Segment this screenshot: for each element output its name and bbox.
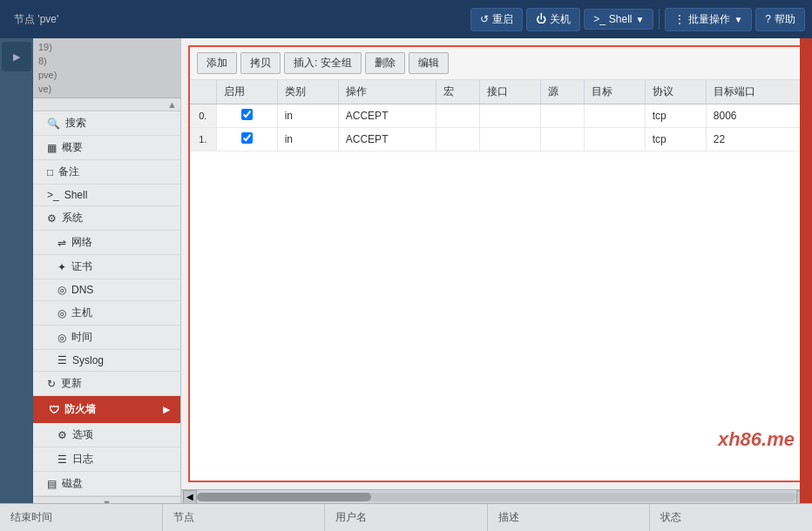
row-1-protocol: tcp: [645, 128, 706, 151]
col-action: 操作: [338, 80, 436, 104]
clone-button[interactable]: 拷贝: [240, 52, 281, 74]
cert-label: 证书: [71, 259, 92, 274]
firewall-toolbar: 添加 拷贝 插入: 安全组 删除 编辑: [190, 47, 803, 80]
sidebar-item-system[interactable]: ⚙ 系统: [33, 206, 180, 231]
sidebar-item-update[interactable]: ↻ 更新: [33, 372, 180, 396]
time-icon: ◎: [58, 332, 66, 344]
sidebar-item-notes[interactable]: □ 备注: [33, 160, 180, 185]
sidebar-item-syslog[interactable]: ☰ Syslog: [33, 350, 180, 372]
col-macro: 宏: [436, 80, 480, 104]
system-icon: ⚙: [47, 212, 57, 225]
sidebar: 19) 8) pve) ve) ▲ 🔍 搜索 ▦ 概要 □ 备注: [33, 38, 181, 503]
row-0-action: ACCEPT: [338, 104, 436, 128]
help-icon: ?: [765, 13, 771, 25]
sidebar-item-overview[interactable]: ▦ 概要: [33, 136, 180, 160]
collapse-up-icon[interactable]: ▲: [167, 99, 177, 110]
status-username: 用户名: [325, 504, 488, 531]
status-bar: 结束时间 节点 用户名 描述 状态: [0, 503, 812, 531]
sidebar-item-host[interactable]: ◎ 主机: [33, 301, 180, 326]
table-row[interactable]: 0. in ACCEPT tcp 8006: [190, 104, 803, 128]
row-1-checkbox[interactable]: [241, 132, 253, 144]
bulk-ops-button[interactable]: ⋮ 批量操作 ▼: [665, 8, 752, 31]
shell-label: Shell: [609, 13, 633, 25]
firewall-table-container: 启用 类别 操作 宏 接口 源 目标 协议 目标端口: [190, 80, 803, 481]
shutdown-button[interactable]: ⏻ 关机: [526, 8, 580, 31]
scroll-track[interactable]: [197, 493, 796, 501]
sidebar-item-search[interactable]: 🔍 搜索: [33, 111, 180, 136]
add-button[interactable]: 添加: [197, 52, 237, 74]
sidebar-item-time[interactable]: ◎ 时间: [33, 326, 180, 350]
vm-ve[interactable]: ve): [38, 82, 175, 96]
shell-button[interactable]: >_ Shell ▼: [584, 9, 653, 30]
fw-options-label: 选项: [72, 427, 93, 442]
status-desc: 描述: [488, 504, 651, 531]
syslog-label: Syslog: [72, 354, 104, 366]
restart-icon: ↺: [480, 13, 489, 25]
row-1-interface: [479, 128, 540, 151]
edit-button[interactable]: 编辑: [409, 52, 449, 74]
table-row[interactable]: 1. in ACCEPT tcp 22: [190, 128, 803, 151]
overview-icon: ▦: [47, 142, 57, 154]
restart-button[interactable]: ↺ 重启: [470, 8, 523, 31]
bulk-ops-icon: ⋮: [674, 13, 685, 25]
scroll-thumb[interactable]: [197, 493, 371, 501]
sidebar-item-cert[interactable]: ✦ 证书: [33, 255, 180, 279]
update-icon: ↻: [47, 378, 56, 390]
row-0-dest-port: 8006: [706, 104, 802, 128]
host-label: 主机: [71, 306, 92, 320]
vm-8[interactable]: 8): [38, 54, 175, 68]
sidebar-item-disk[interactable]: ▤ 磁盘: [33, 472, 180, 496]
help-button[interactable]: ? 帮助: [755, 8, 805, 31]
search-icon: 🔍: [47, 118, 60, 130]
fw-options-icon: ⚙: [58, 429, 67, 441]
row-1-macro: [436, 128, 480, 151]
notes-label: 备注: [58, 165, 79, 179]
syslog-icon: ☰: [58, 354, 67, 366]
sidebar-item-fw-log[interactable]: ☰ 日志: [33, 447, 180, 472]
vm-19[interactable]: 19): [38, 40, 175, 54]
time-label: 时间: [71, 330, 92, 345]
row-1-enabled[interactable]: [216, 128, 277, 151]
row-0-checkbox[interactable]: [241, 109, 253, 120]
fw-log-icon: ☰: [58, 454, 67, 466]
sidebar-item-firewall[interactable]: 🛡 防火墙 ▶: [33, 396, 180, 423]
row-0-protocol: tcp: [645, 104, 706, 128]
col-num: [190, 80, 216, 104]
row-0-macro: [436, 104, 480, 128]
sidebar-item-shell[interactable]: >_ Shell: [33, 185, 180, 206]
help-label: 帮助: [775, 12, 795, 27]
host-icon: ◎: [58, 307, 66, 319]
bulk-ops-dropdown-icon: ▼: [734, 15, 742, 24]
sidebar-collapse-top: ▲: [33, 98, 180, 111]
delete-button[interactable]: 删除: [365, 52, 405, 74]
vm-pve[interactable]: pve): [38, 68, 175, 82]
top-bar: 节点 'pve' ↺ 重启 ⏻ 关机 >_ Shell ▼ ⋮ 批量操作 ▼ ?…: [0, 0, 812, 38]
scroll-left-arrow[interactable]: ◀: [183, 490, 197, 504]
left-panel: ▶: [0, 38, 33, 503]
panel-icon-1[interactable]: ▶: [2, 42, 31, 71]
row-1-num: 1.: [190, 128, 216, 151]
network-label: 网络: [71, 235, 92, 250]
watermark: xh86.me: [718, 428, 795, 451]
row-0-dest: [584, 104, 645, 128]
shell-sidebar-label: Shell: [64, 189, 88, 201]
sidebar-item-dns[interactable]: ◎ DNS: [33, 279, 180, 301]
shutdown-icon: ⏻: [536, 13, 546, 25]
row-1-dest: [584, 128, 645, 151]
row-0-source: [540, 104, 584, 128]
notes-icon: □: [47, 166, 53, 178]
table-header-row: 启用 类别 操作 宏 接口 源 目标 协议 目标端口: [190, 80, 803, 104]
sidebar-item-network[interactable]: ⇌ 网络: [33, 231, 180, 255]
insert-security-group-button[interactable]: 插入: 安全组: [284, 52, 362, 74]
firewall-expand-icon: ▶: [163, 405, 170, 414]
col-dest-port: 目标端口: [706, 80, 802, 104]
col-interface: 接口: [479, 80, 540, 104]
cert-icon: ✦: [58, 261, 66, 273]
sidebar-item-fw-options[interactable]: ⚙ 选项: [33, 423, 180, 447]
horizontal-scrollbar[interactable]: ◀ ▶: [181, 489, 812, 503]
col-protocol: 协议: [645, 80, 706, 104]
restart-label: 重启: [492, 12, 513, 27]
row-0-enabled[interactable]: [216, 104, 277, 128]
row-0-interface: [479, 104, 540, 128]
status-end-time: 结束时间: [0, 504, 163, 531]
